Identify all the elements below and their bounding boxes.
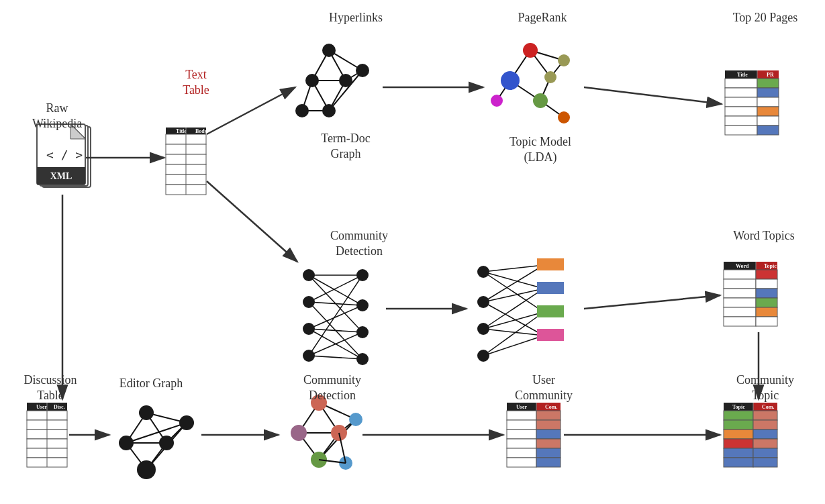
svg-point-138 — [491, 95, 503, 107]
svg-line-145 — [309, 302, 362, 305]
svg-rect-101 — [753, 420, 777, 430]
svg-point-140 — [558, 111, 570, 123]
svg-rect-106 — [724, 448, 753, 458]
svg-rect-36 — [27, 439, 67, 448]
svg-rect-57 — [725, 125, 757, 135]
svg-rect-82 — [536, 411, 561, 420]
svg-line-208 — [339, 433, 346, 463]
svg-rect-99 — [753, 411, 777, 420]
svg-point-175 — [477, 350, 489, 362]
svg-point-122 — [339, 74, 352, 87]
svg-point-124 — [295, 104, 309, 117]
svg-rect-70 — [724, 298, 756, 307]
svg-text:Title: Title — [176, 128, 187, 134]
svg-point-155 — [303, 323, 315, 335]
svg-rect-73 — [756, 307, 777, 317]
svg-rect-90 — [536, 448, 561, 458]
svg-rect-13 — [166, 134, 206, 144]
pagerank-label: PageRank — [495, 10, 589, 26]
svg-point-191 — [159, 436, 174, 450]
svg-point-203 — [291, 425, 307, 441]
svg-rect-87 — [507, 439, 536, 448]
svg-line-184 — [126, 443, 146, 470]
svg-rect-107 — [753, 448, 777, 458]
svg-line-146 — [309, 302, 362, 359]
svg-text:< / >: < / > — [46, 148, 83, 162]
diagram: < / > XML Title Body — [0, 0, 825, 504]
svg-rect-86 — [536, 430, 561, 439]
svg-line-114 — [302, 81, 312, 111]
svg-rect-47 — [725, 79, 757, 88]
svg-rect-88 — [536, 439, 561, 448]
svg-text:XML: XML — [50, 171, 72, 181]
topic-model-label: Topic Model(LDA) — [487, 134, 594, 166]
svg-line-171 — [483, 336, 544, 356]
svg-rect-50 — [757, 88, 779, 97]
svg-point-173 — [477, 296, 489, 308]
svg-rect-3 — [37, 124, 85, 185]
svg-point-157 — [356, 269, 369, 281]
svg-point-189 — [139, 405, 154, 420]
svg-line-151 — [309, 332, 362, 356]
svg-rect-54 — [757, 107, 779, 116]
svg-text:Com.: Com. — [545, 404, 557, 410]
svg-line-161 — [483, 265, 544, 272]
svg-rect-61 — [756, 262, 777, 270]
svg-line-187 — [166, 423, 187, 443]
svg-rect-93 — [724, 403, 777, 411]
svg-line-143 — [309, 275, 362, 332]
svg-line-216 — [584, 295, 720, 309]
svg-rect-49 — [725, 88, 757, 97]
svg-line-162 — [483, 272, 544, 289]
svg-rect-58 — [757, 125, 779, 135]
svg-line-186 — [146, 443, 166, 470]
svg-rect-95 — [753, 403, 777, 411]
svg-text:Disc.: Disc. — [54, 404, 65, 410]
svg-point-158 — [356, 299, 369, 311]
svg-rect-2 — [40, 125, 88, 186]
svg-rect-98 — [724, 411, 753, 420]
svg-rect-52 — [757, 97, 779, 107]
svg-line-196 — [319, 403, 356, 419]
svg-rect-109 — [753, 458, 777, 467]
svg-rect-44 — [757, 70, 779, 79]
svg-line-209 — [319, 460, 346, 463]
svg-point-136 — [501, 71, 520, 90]
svg-line-163 — [483, 272, 544, 312]
svg-rect-1 — [42, 127, 91, 187]
svg-rect-51 — [725, 97, 757, 107]
svg-line-129 — [510, 81, 540, 101]
svg-line-188 — [146, 423, 187, 470]
user-community-label: UserCommunity — [490, 372, 597, 404]
svg-rect-104 — [724, 439, 753, 448]
svg-rect-19 — [166, 164, 206, 174]
svg-line-214 — [584, 87, 722, 104]
svg-line-152 — [309, 356, 362, 359]
svg-rect-17 — [166, 154, 206, 164]
word-topics-label: Word Topics — [710, 228, 818, 244]
svg-line-131 — [540, 77, 550, 101]
svg-rect-30 — [27, 411, 67, 420]
svg-line-150 — [309, 275, 362, 356]
svg-rect-55 — [725, 116, 757, 125]
svg-rect-81 — [507, 411, 536, 420]
svg-rect-75 — [756, 317, 777, 326]
svg-line-148 — [309, 329, 362, 332]
svg-line-164 — [483, 265, 544, 302]
svg-point-125 — [322, 104, 336, 117]
svg-point-205 — [349, 413, 362, 426]
svg-rect-67 — [756, 279, 777, 289]
svg-rect-59 — [724, 262, 777, 270]
svg-rect-42 — [725, 70, 779, 79]
svg-rect-66 — [724, 279, 756, 289]
svg-line-166 — [483, 302, 544, 336]
svg-point-206 — [311, 452, 327, 468]
svg-rect-91 — [507, 458, 536, 467]
svg-point-139 — [533, 93, 548, 108]
svg-rect-8 — [166, 128, 206, 134]
svg-text:Body: Body — [195, 128, 207, 134]
term-doc-graph-label: Term-DocGraph — [302, 131, 389, 162]
top20-label: Top 20 Pages — [712, 10, 819, 26]
svg-rect-40 — [27, 458, 67, 467]
svg-rect-178 — [537, 305, 564, 317]
